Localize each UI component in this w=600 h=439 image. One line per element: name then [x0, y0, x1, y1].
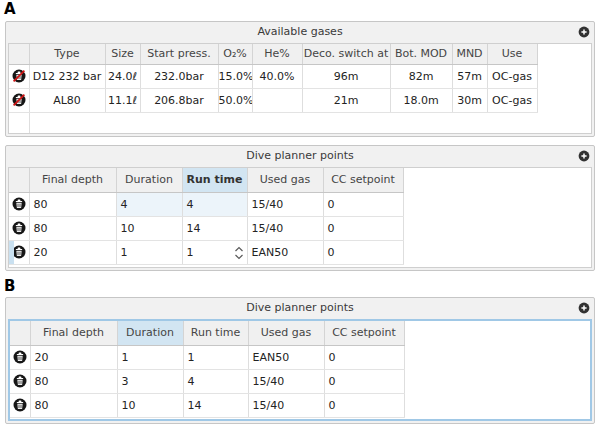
planner-header-cc-setpoint[interactable]: CC setpoint	[324, 321, 404, 345]
planner-header-cc-setpoint[interactable]: CC setpoint	[323, 168, 403, 192]
gas-use-cell[interactable]: OC-gas	[487, 88, 537, 112]
used-gas-cell[interactable]: EAN50	[248, 345, 324, 369]
planner-header-filler	[403, 168, 591, 192]
delete-point-cell	[10, 393, 30, 417]
duration-cell[interactable]: 1	[117, 345, 183, 369]
gases-header-start-press[interactable]: Start press.	[140, 44, 218, 64]
used-gas-cell[interactable]: 15/40	[247, 216, 323, 240]
dive-planner-points-panel-a: Dive planner points Final depth Duration…	[5, 145, 595, 271]
duration-cell[interactable]: 1	[116, 240, 182, 264]
gas-he-cell[interactable]: 40.0%	[252, 64, 302, 88]
planner-header-final-depth[interactable]: Final depth	[30, 321, 117, 345]
gas-deco-switch-cell[interactable]: 21m	[302, 88, 390, 112]
gas-row: D12 232 bar 24.0ℓ 232.0bar 15.0% 40.0% 9…	[9, 64, 591, 88]
gas-o2-cell[interactable]: 50.0%	[218, 88, 252, 112]
planner-header-final-depth[interactable]: Final depth	[29, 168, 116, 192]
gases-header-o2[interactable]: O₂%	[218, 44, 252, 64]
gas-bot-mod-cell[interactable]: 82m	[390, 64, 452, 88]
gas-size-cell[interactable]: 24.0ℓ	[105, 64, 140, 88]
used-gas-cell[interactable]: EAN50	[247, 240, 323, 264]
run-time-cell[interactable]: 4	[182, 192, 247, 216]
planner-header-run-time[interactable]: Run time	[182, 168, 247, 192]
gas-he-cell[interactable]	[252, 88, 302, 112]
final-depth-cell[interactable]: 80	[30, 369, 117, 393]
planner-header-duration[interactable]: Duration	[116, 168, 182, 192]
final-depth-cell[interactable]: 80	[30, 393, 117, 417]
delete-point-icon[interactable]	[13, 398, 27, 412]
delete-point-cell	[9, 240, 29, 264]
gases-header-row: Type Size Start press. O₂% He% Deco. swi…	[9, 44, 591, 64]
planner-header-icon-col	[9, 168, 29, 192]
delete-point-icon[interactable]	[13, 374, 27, 388]
delete-cylinder-cell	[9, 88, 29, 112]
duration-cell[interactable]: 10	[116, 216, 182, 240]
cc-setpoint-cell[interactable]: 0	[323, 240, 403, 264]
delete-point-cell	[9, 192, 29, 216]
cc-setpoint-cell[interactable]: 0	[323, 192, 403, 216]
cc-setpoint-cell[interactable]: 0	[324, 345, 404, 369]
delete-point-icon[interactable]	[12, 221, 26, 235]
planner-header-duration[interactable]: Duration	[117, 321, 183, 345]
gases-header-he[interactable]: He%	[252, 44, 302, 64]
available-gases-panel: Available gases Type Size Start press. O…	[5, 21, 595, 137]
delete-point-icon[interactable]	[12, 197, 26, 211]
duration-cell[interactable]: 3	[117, 369, 183, 393]
used-gas-cell[interactable]: 15/40	[247, 192, 323, 216]
used-gas-cell[interactable]: 15/40	[248, 393, 324, 417]
run-time-cell[interactable]: 14	[183, 393, 248, 417]
run-time-cell-editing[interactable]: 1	[182, 240, 247, 264]
used-gas-cell[interactable]: 15/40	[248, 369, 324, 393]
final-depth-cell[interactable]: 80	[29, 192, 116, 216]
gases-header-bot-mod[interactable]: Bot. MOD	[390, 44, 452, 64]
gas-mnd-cell[interactable]: 30m	[452, 88, 487, 112]
delete-cylinder-disabled-icon	[12, 93, 26, 107]
gases-header-mnd[interactable]: MND	[452, 44, 487, 64]
final-depth-cell[interactable]: 20	[29, 240, 116, 264]
cc-setpoint-cell[interactable]: 0	[323, 216, 403, 240]
gases-header-size[interactable]: Size	[105, 44, 140, 64]
planner-row: 20 1 1 EAN50 0	[10, 345, 590, 369]
duration-cell[interactable]: 4	[116, 192, 182, 216]
gases-header-deco-switch[interactable]: Deco. switch at	[302, 44, 390, 64]
gases-header-icon-col	[9, 44, 29, 64]
delete-point-cell	[10, 345, 30, 369]
planner-header-used-gas[interactable]: Used gas	[248, 321, 324, 345]
delete-point-icon[interactable]	[13, 350, 27, 364]
gases-header-filler	[537, 44, 591, 64]
gas-use-cell[interactable]: OC-gas	[487, 64, 537, 88]
run-time-value: 1	[187, 246, 194, 259]
run-time-cell[interactable]: 14	[182, 216, 247, 240]
current-row-indicator	[9, 241, 14, 264]
planner-row: 80 4 4 15/40 0	[9, 192, 591, 216]
gases-header-use[interactable]: Use	[487, 44, 537, 64]
cc-setpoint-cell[interactable]: 0	[324, 393, 404, 417]
cc-setpoint-cell[interactable]: 0	[324, 369, 404, 393]
panel-menu-icon[interactable]	[578, 26, 590, 38]
available-gases-titlebar: Available gases	[6, 22, 594, 42]
gas-size-cell[interactable]: 11.1ℓ	[105, 88, 140, 112]
run-time-spinner[interactable]	[234, 245, 244, 261]
planner-a-table: Final depth Duration Run time Used gas C…	[8, 167, 592, 268]
final-depth-cell[interactable]: 20	[30, 345, 117, 369]
planner-header-used-gas[interactable]: Used gas	[247, 168, 323, 192]
gas-mnd-cell[interactable]: 57m	[452, 64, 487, 88]
gas-type-cell[interactable]: D12 232 bar	[29, 64, 105, 88]
planner-row: 20 1 1 EAN50 0	[9, 240, 591, 264]
run-time-cell[interactable]: 1	[183, 345, 248, 369]
gas-start-press-cell[interactable]: 206.8bar	[140, 88, 218, 112]
gas-o2-cell[interactable]: 15.0%	[218, 64, 252, 88]
duration-cell[interactable]: 10	[117, 393, 183, 417]
gas-type-cell[interactable]: AL80	[29, 88, 105, 112]
gas-deco-switch-cell[interactable]: 96m	[302, 64, 390, 88]
panel-menu-icon[interactable]	[578, 150, 590, 162]
gas-start-press-cell[interactable]: 232.0bar	[140, 64, 218, 88]
run-time-cell[interactable]: 4	[183, 369, 248, 393]
gas-row: AL80 11.1ℓ 206.8bar 50.0% 21m 18.0m 30m …	[9, 88, 591, 112]
delete-cylinder-cell	[9, 64, 29, 88]
planner-header-run-time[interactable]: Run time	[183, 321, 248, 345]
planner-header-filler	[404, 321, 590, 345]
gas-bot-mod-cell[interactable]: 18.0m	[390, 88, 452, 112]
final-depth-cell[interactable]: 80	[29, 216, 116, 240]
gases-header-type[interactable]: Type	[29, 44, 105, 64]
panel-menu-icon[interactable]	[578, 302, 590, 314]
